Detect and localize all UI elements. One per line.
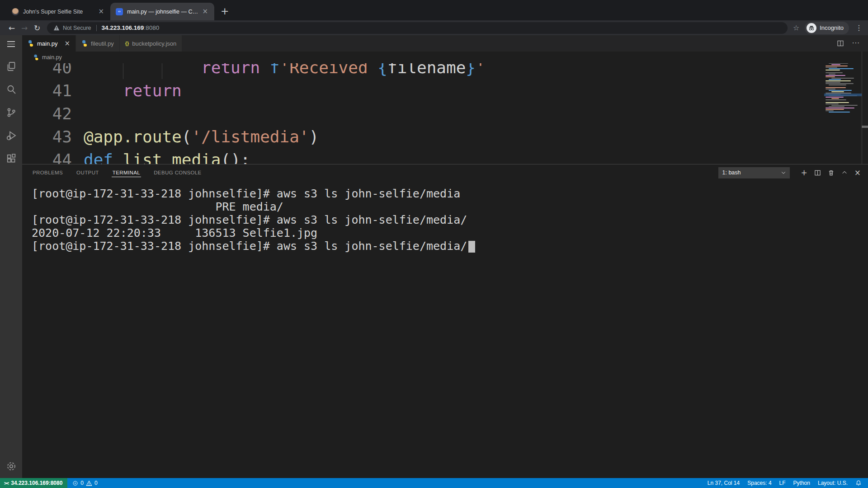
more-actions-icon[interactable]: ···: [852, 39, 860, 47]
remote-host: 34.223.106.169:8080: [11, 480, 62, 486]
editor-tab-bar: main.py × fileutil.py {} bucketpolicy.js…: [22, 35, 868, 52]
editor-tab-fileutil-py[interactable]: fileutil.py: [76, 35, 120, 52]
notifications-bell-icon[interactable]: [855, 480, 862, 486]
run-debug-icon[interactable]: [0, 124, 22, 147]
code-line: 43@app.route('/listmedia'): [22, 125, 868, 148]
minimap-code-bar: [826, 82, 840, 83]
terminal-shell-select[interactable]: 1: bash: [718, 167, 790, 178]
incognito-badge: Incognito: [805, 22, 849, 34]
minimap-code-bar: [829, 112, 850, 113]
tab-close-icon[interactable]: ×: [96, 7, 106, 16]
minimap-code-bar: [829, 90, 852, 91]
eol-setting[interactable]: LF: [779, 480, 786, 486]
minimap-code-bar: [826, 75, 845, 76]
browser-tab-title: John's Super Selfie Site: [23, 9, 96, 15]
code-text: @app.route('/listmedia'): [84, 125, 868, 148]
back-icon[interactable]: ←: [5, 23, 18, 33]
code-token: return: [123, 81, 182, 100]
code-text: return: [84, 79, 868, 102]
keyboard-layout[interactable]: Layout: U.S.: [818, 480, 848, 486]
breadcrumb[interactable]: main.py: [22, 52, 868, 63]
minimap-code-bar: [831, 91, 844, 92]
tab-problems[interactable]: PROBLEMS: [32, 168, 64, 177]
code-editor[interactable]: 40 return f'Received {filename}'41 retur…: [22, 63, 868, 164]
source-control-icon[interactable]: [0, 101, 22, 124]
browser-tab-title: main.py — johnselfie — Code: [127, 9, 200, 15]
code-token: }: [466, 63, 476, 77]
minimap-bars: [824, 63, 862, 113]
close-panel-icon[interactable]: ×: [854, 169, 861, 177]
incognito-label: Incognito: [820, 24, 844, 31]
tab-close-icon[interactable]: ×: [200, 7, 210, 16]
minimap-code-bar: [831, 98, 839, 99]
editor-tab-bucketpolicy-json[interactable]: {} bucketpolicy.json: [120, 35, 183, 52]
bottom-panel: PROBLEMS OUTPUT TERMINAL DEBUG CONSOLE 1…: [22, 164, 868, 478]
warning-icon: [86, 480, 92, 486]
code-token: {: [377, 63, 387, 77]
code-line: 40 return f'Received {filename}': [22, 63, 868, 79]
code-token: f: [270, 63, 280, 77]
new-terminal-icon[interactable]: +: [801, 169, 807, 177]
code-lines: 40 return f'Received {filename}'41 retur…: [22, 63, 868, 164]
minimap[interactable]: [824, 63, 862, 164]
search-icon[interactable]: [0, 78, 22, 101]
not-secure-warning-icon: [53, 25, 60, 31]
python-file-icon: [28, 40, 34, 47]
minimap-current-line: [824, 94, 862, 96]
problems-status[interactable]: 0 0: [67, 480, 102, 486]
minimap-code-bar: [826, 83, 854, 84]
minimap-code-bar: [826, 102, 849, 103]
maximize-panel-chevron-icon[interactable]: [841, 169, 848, 176]
status-right: Ln 37, Col 14 Spaces: 4 LF Python Layout…: [708, 480, 868, 486]
indent-guide: [123, 63, 123, 79]
remote-icon: ><: [4, 480, 8, 486]
terminal-output[interactable]: [root@ip-172-31-33-218 johnselfie]# aws …: [22, 181, 868, 253]
reload-icon[interactable]: ↻: [31, 23, 43, 33]
browser-menu-icon[interactable]: ⋮: [855, 23, 863, 32]
forward-icon[interactable]: →: [18, 23, 31, 33]
indentation-setting[interactable]: Spaces: 4: [747, 480, 771, 486]
minimap-code-bar: [826, 72, 843, 73]
remote-indicator[interactable]: >< 34.223.106.169:8080: [0, 478, 67, 488]
settings-gear-icon[interactable]: [0, 461, 22, 472]
cursor-position[interactable]: Ln 37, Col 14: [708, 480, 740, 486]
language-mode[interactable]: Python: [793, 480, 810, 486]
code-line: 41 return: [22, 79, 868, 102]
address-bar[interactable]: Not Secure 34.223.106.169 :8080: [47, 22, 788, 34]
browser-tab-strip: John's Super Selfie Site × ‹› main.py — …: [0, 0, 868, 20]
editor-tab-main-py[interactable]: main.py ×: [22, 35, 76, 52]
split-terminal-icon[interactable]: [814, 169, 821, 176]
minimap-code-bar: [829, 68, 854, 69]
code-token: [260, 63, 270, 77]
terminal-cursor: [468, 241, 475, 253]
tab-close-icon[interactable]: ×: [65, 39, 71, 47]
bookmark-star-icon[interactable]: ☆: [793, 23, 799, 32]
line-number: 44: [22, 148, 84, 164]
panel-header: PROBLEMS OUTPUT TERMINAL DEBUG CONSOLE 1…: [22, 164, 868, 181]
minimap-code-bar: [826, 108, 854, 108]
tab-terminal[interactable]: TERMINAL: [112, 168, 141, 177]
editor-tab-label: main.py: [37, 40, 58, 47]
new-tab-button[interactable]: +: [221, 5, 229, 17]
extensions-icon[interactable]: [0, 147, 22, 170]
breadcrumb-item[interactable]: main.py: [42, 54, 62, 61]
minimap-code-bar: [826, 103, 839, 104]
code-token: (: [182, 127, 192, 146]
status-bar: >< 34.223.106.169:8080 0 0 Ln 37, Col 14…: [0, 478, 868, 488]
browser-tab-selfie-site[interactable]: John's Super Selfie Site ×: [6, 3, 110, 20]
line-number: 40: [22, 63, 84, 79]
terminal-line: 2020-07-12 22:20:33 136513 Selfie1.jpg: [32, 226, 868, 239]
tab-debug-console[interactable]: DEBUG CONSOLE: [153, 168, 203, 177]
minimap-code-bar: [826, 87, 846, 88]
explorer-icon[interactable]: [0, 55, 22, 78]
split-editor-icon[interactable]: [837, 40, 844, 47]
activity-bar: [0, 35, 22, 478]
chevron-down-icon: [781, 170, 786, 175]
tab-output[interactable]: OUTPUT: [75, 168, 100, 177]
kill-terminal-trash-icon[interactable]: [828, 169, 835, 176]
code-token: [84, 81, 123, 100]
browser-tab-code-server[interactable]: ‹› main.py — johnselfie — Code ×: [110, 3, 214, 20]
panel-actions: 1: bash + ×: [718, 167, 861, 178]
editor-scrollbar[interactable]: [862, 52, 862, 164]
menu-hamburger-icon[interactable]: [7, 41, 15, 47]
